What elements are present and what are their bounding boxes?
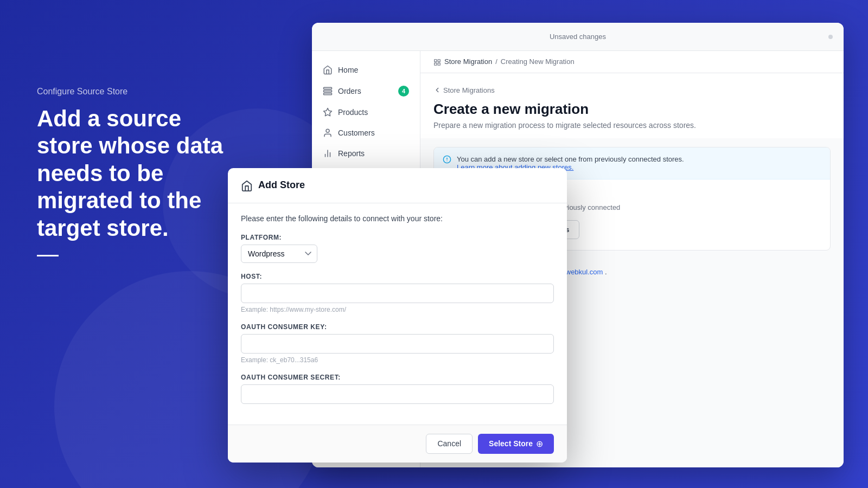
left-panel: Configure Source Store Add a source stor… xyxy=(37,87,243,256)
oauth-secret-group: OAuth Consumer Secret: xyxy=(241,374,554,404)
reports-icon xyxy=(323,149,333,158)
svg-rect-11 xyxy=(435,63,437,65)
cancel-button[interactable]: Cancel xyxy=(426,434,473,454)
host-group: Host: Example: https://www.my-store.com/ xyxy=(241,273,554,313)
app-topbar: Unsaved changes xyxy=(312,23,844,51)
host-input[interactable] xyxy=(241,284,554,303)
unsaved-changes-label: Unsaved changes xyxy=(550,33,606,41)
info-icon xyxy=(443,155,451,164)
svg-rect-10 xyxy=(438,63,440,65)
products-icon xyxy=(323,107,333,117)
host-label: Host: xyxy=(241,273,554,280)
svg-rect-8 xyxy=(435,59,437,61)
oauth-key-hint: Example: ck_eb70...315a6 xyxy=(241,356,554,364)
page-header: Store Migrations Create a new migration … xyxy=(420,73,844,138)
select-store-label: Select Store xyxy=(489,439,533,448)
platform-select[interactable]: Wordpress WooCommerce Magento Shopify Op… xyxy=(241,245,317,263)
platform-group: PLATFORM: Wordpress WooCommerce Magento … xyxy=(241,234,554,263)
sidebar-customers-label: Customers xyxy=(338,129,375,137)
back-chevron-icon xyxy=(433,86,441,94)
sidebar-item-orders[interactable]: Orders 4 xyxy=(312,80,420,102)
assistance-period: . xyxy=(605,268,607,276)
modal-header: Add Store xyxy=(228,168,567,203)
store-icon xyxy=(241,179,253,192)
migration-icon xyxy=(433,57,441,66)
sidebar-item-customers[interactable]: Customers xyxy=(312,123,420,143)
select-store-plus-icon: ⊕ xyxy=(536,439,543,449)
select-store-button[interactable]: Select Store ⊕ xyxy=(478,434,554,454)
oauth-secret-label: OAuth Consumer Secret: xyxy=(241,374,554,381)
breadcrumb: Store Migration / Creating New Migration xyxy=(420,51,844,73)
modal-body: Please enter the following details to co… xyxy=(228,203,567,425)
home-icon xyxy=(323,65,333,75)
back-link-label: Store Migrations xyxy=(443,86,495,94)
add-store-modal: Add Store Please enter the following det… xyxy=(228,168,567,463)
sidebar-home-label: Home xyxy=(338,66,358,74)
breadcrumb-parent: Store Migration xyxy=(444,57,492,66)
modal-footer: Cancel Select Store ⊕ xyxy=(228,425,567,463)
oauth-key-input[interactable] xyxy=(241,334,554,354)
svg-rect-1 xyxy=(324,91,332,92)
modal-title: Add Store xyxy=(258,179,305,191)
page-subtitle: Prepare a new migration process to migra… xyxy=(433,121,831,130)
oauth-key-group: OAuth Consumer Key: Example: ck_eb70...3… xyxy=(241,323,554,364)
back-link[interactable]: Store Migrations xyxy=(433,86,831,94)
oauth-key-label: OAuth Consumer Key: xyxy=(241,323,554,331)
divider xyxy=(37,255,59,256)
sidebar-orders-label: Orders xyxy=(338,87,361,95)
svg-marker-3 xyxy=(324,108,332,116)
page-title: Create a new migration xyxy=(433,101,831,118)
configure-label: Configure Source Store xyxy=(37,87,243,97)
svg-rect-0 xyxy=(324,88,332,89)
breadcrumb-separator: / xyxy=(495,57,497,66)
main-heading: Add a source store whose data needs to b… xyxy=(37,105,243,242)
platform-label: PLATFORM: xyxy=(241,234,554,241)
svg-rect-9 xyxy=(438,59,440,61)
oauth-secret-input[interactable] xyxy=(241,384,554,404)
sidebar-item-reports[interactable]: Reports xyxy=(312,143,420,164)
topbar-dot xyxy=(828,35,833,39)
customers-icon xyxy=(323,128,333,138)
sidebar-item-home[interactable]: Home xyxy=(312,60,420,80)
sidebar-item-products[interactable]: Products xyxy=(312,102,420,123)
host-hint: Example: https://www.my-store.com/ xyxy=(241,306,554,313)
orders-icon xyxy=(323,86,333,96)
sidebar-products-label: Products xyxy=(338,108,368,117)
sidebar-reports-label: Reports xyxy=(338,149,365,158)
modal-description: Please enter the following details to co… xyxy=(241,214,554,223)
svg-point-4 xyxy=(326,130,329,133)
breadcrumb-current: Creating New Migration xyxy=(501,57,575,66)
svg-rect-2 xyxy=(324,93,332,95)
orders-badge: 4 xyxy=(398,86,409,97)
info-text-1: You can add a new store or select one fr… xyxy=(457,155,684,163)
